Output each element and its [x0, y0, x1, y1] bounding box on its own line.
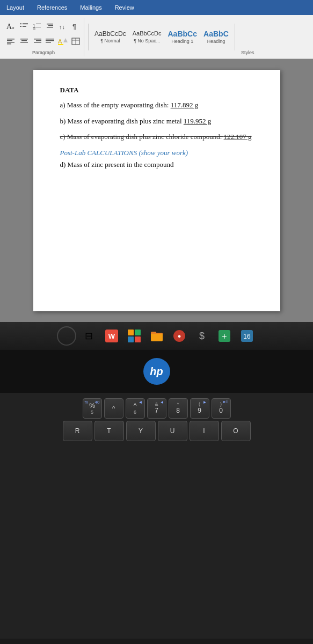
- taskview-button[interactable]: ⊟: [79, 326, 99, 346]
- svg-rect-9: [36, 24, 41, 24]
- file-explorer-icon: [149, 328, 164, 343]
- keyboard-row-letters: R T Y U I O: [5, 421, 308, 441]
- key-caret[interactable]: ^: [104, 398, 123, 419]
- style-normal-label: ¶ Normal: [100, 38, 120, 43]
- table-icon[interactable]: [70, 36, 82, 47]
- svg-rect-17: [7, 39, 14, 40]
- tab-layout[interactable]: Layout: [4, 3, 26, 12]
- style-heading-preview: AaBbC: [203, 30, 229, 39]
- tab-review[interactable]: Review: [113, 3, 136, 12]
- key-y[interactable]: Y: [126, 421, 156, 441]
- ribbon-main: A o 1.: [0, 15, 313, 59]
- key-6-label: ^: [134, 402, 137, 409]
- taskview-icon: ⊟: [85, 330, 93, 342]
- key-o[interactable]: O: [221, 421, 251, 441]
- font-group: A o 1.: [3, 18, 84, 56]
- key-6[interactable]: ◄ ^ 6: [126, 398, 145, 419]
- svg-rect-38: [128, 330, 134, 335]
- key-7[interactable]: & 7 ◄: [147, 398, 166, 419]
- key-8[interactable]: * 8: [169, 398, 188, 419]
- svg-rect-5: [23, 25, 28, 25]
- data-item-c: c) Mass of evaporating dish plus zinc ch…: [60, 131, 259, 142]
- app-icon-6[interactable]: 16: [237, 326, 257, 346]
- svg-rect-14: [47, 27, 53, 28]
- style-heading[interactable]: AaBbC Heading: [201, 21, 231, 53]
- justify-icon[interactable]: [44, 36, 56, 47]
- app-icon-2[interactable]: [125, 326, 144, 346]
- list-icon-1[interactable]: [18, 21, 30, 32]
- svg-text:+: +: [222, 332, 227, 341]
- svg-rect-31: [58, 44, 63, 45]
- keyboard-row-numbers: fn 40 % 5 ^ ◄ ^ 6 & 7 ◄ * 8 ( 9 ► ) 0: [5, 398, 308, 419]
- app-icon-1[interactable]: W: [102, 326, 121, 346]
- paragraph-icons-row2: A: [5, 34, 82, 49]
- svg-rect-2: [20, 23, 21, 24]
- font-size-icon[interactable]: A o: [5, 21, 17, 32]
- key-6-media: ◄: [139, 400, 143, 405]
- key-9-top: (: [199, 402, 200, 407]
- svg-rect-29: [46, 42, 51, 43]
- key-9[interactable]: ( 9 ►: [190, 398, 209, 419]
- key-5-media: 40: [95, 400, 100, 405]
- list-icon-2[interactable]: 1. ≡: [31, 21, 43, 32]
- svg-rect-4: [20, 25, 21, 25]
- data-title: DATA: [60, 86, 259, 94]
- styles-group-label: Styles: [241, 50, 254, 55]
- svg-marker-32: [63, 38, 68, 42]
- svg-rect-27: [46, 39, 54, 40]
- key-u[interactable]: U: [158, 421, 187, 441]
- key-5[interactable]: fn 40 % 5: [83, 398, 102, 419]
- svg-rect-12: [47, 24, 53, 25]
- svg-rect-39: [135, 330, 141, 335]
- key-7-label: 7: [155, 407, 158, 414]
- style-heading1-label: Heading 1: [171, 39, 193, 44]
- tab-mailings[interactable]: Mailings: [78, 3, 104, 12]
- ribbon-divider-1: [88, 24, 89, 50]
- style-heading1[interactable]: AaBbCc Heading 1: [165, 21, 199, 53]
- key-t-label: T: [107, 427, 111, 435]
- key-0[interactable]: ) 0 ►II: [212, 398, 231, 419]
- key-7-top: &: [155, 402, 158, 407]
- style-normal-preview: AaBbCcDc: [94, 30, 126, 38]
- data-item-a-value: 117.892 g: [171, 101, 199, 109]
- svg-text:$: $: [199, 331, 204, 341]
- style-normal[interactable]: AaBbCcDc ¶ Normal: [92, 21, 128, 53]
- svg-rect-21: [20, 39, 28, 40]
- start-button[interactable]: [57, 326, 76, 346]
- tab-references[interactable]: References: [35, 3, 69, 12]
- sort-icon[interactable]: ↑↓: [57, 21, 69, 32]
- app3-icon: ●: [172, 328, 187, 343]
- hp-area: hp: [0, 350, 313, 393]
- paragraph-mark-icon[interactable]: ¶: [70, 21, 82, 32]
- svg-rect-26: [34, 42, 41, 43]
- app2-icon: [127, 328, 142, 343]
- indent-icon[interactable]: [44, 21, 56, 32]
- svg-rect-6: [20, 26, 21, 27]
- highlight-icon[interactable]: A: [57, 36, 69, 47]
- key-r[interactable]: R: [63, 421, 92, 441]
- key-r-label: R: [75, 427, 80, 435]
- post-lab-heading: Post-Lab CALCULATIONS (show your work): [60, 149, 259, 157]
- svg-text:W: W: [108, 332, 115, 340]
- key-t[interactable]: T: [94, 421, 124, 441]
- align-left-icon[interactable]: [5, 36, 17, 47]
- file-explorer-button[interactable]: [147, 326, 166, 346]
- svg-rect-13: [48, 25, 53, 26]
- key-i-label: I: [203, 427, 205, 435]
- key-5-label: %: [89, 402, 95, 409]
- style-nospace-label: ¶ No Spac...: [134, 38, 160, 43]
- key-i[interactable]: I: [190, 421, 219, 441]
- svg-rect-23: [20, 42, 28, 43]
- style-nospace[interactable]: AaBbCcDc ¶ No Spac...: [130, 21, 164, 53]
- document-page[interactable]: DATA a) Mass of the empty evaporating di…: [33, 70, 280, 311]
- key-5-sub: 5: [91, 410, 93, 415]
- app-icon-3[interactable]: ●: [170, 326, 189, 346]
- svg-text:↑↓: ↑↓: [59, 24, 65, 30]
- app-icon-5[interactable]: +: [215, 326, 234, 346]
- paragraph-group-label: Paragraph: [32, 50, 55, 55]
- data-item-c-value: 122.107 g: [224, 133, 252, 141]
- align-center-icon[interactable]: [18, 36, 30, 47]
- align-right-icon[interactable]: [31, 36, 43, 47]
- data-item-d-label: d) Mass of zinc present in the compound: [60, 160, 174, 169]
- app-icon-4[interactable]: $: [192, 326, 212, 346]
